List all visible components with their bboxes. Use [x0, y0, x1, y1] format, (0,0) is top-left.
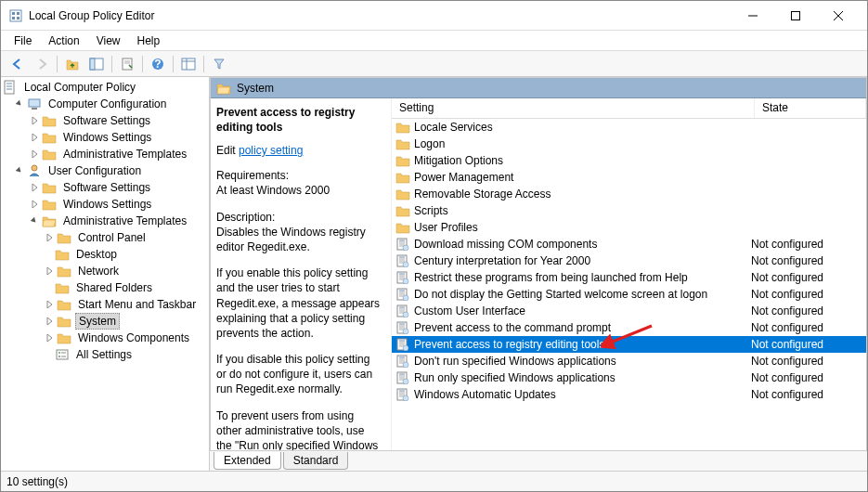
close-button[interactable] [817, 2, 860, 30]
show-hide-tree-button[interactable] [85, 54, 108, 74]
tree-windows-settings-2[interactable]: Windows Settings [1, 196, 209, 213]
tree-desktop[interactable]: Desktop [1, 246, 209, 263]
svg-point-55 [403, 295, 408, 301]
expand-icon[interactable] [44, 332, 55, 343]
expand-icon[interactable] [29, 199, 40, 210]
tree-root[interactable]: Local Computer Policy [1, 79, 209, 96]
policy-icon [395, 304, 410, 318]
expand-icon[interactable] [44, 299, 55, 310]
menu-view[interactable]: View [89, 32, 128, 49]
setting-state: Not configured [751, 371, 862, 384]
expand-icon[interactable] [29, 115, 40, 126]
setting-name: Scripts [414, 204, 751, 217]
forward-button[interactable] [31, 54, 53, 74]
svg-point-28 [58, 356, 60, 357]
svg-rect-24 [32, 108, 37, 110]
tree-pane[interactable]: Local Computer Policy Computer Configura… [1, 77, 210, 471]
tree-label: Administrative Templates [60, 214, 189, 228]
list-row[interactable]: Century interpretation for Year 2000Not … [392, 252, 866, 269]
tree-computer-config[interactable]: Computer Configuration [1, 96, 209, 112]
list-row[interactable]: Prevent access to the command promptNot … [392, 319, 866, 336]
maximize-button[interactable] [774, 2, 817, 30]
expand-icon[interactable] [29, 182, 40, 193]
setting-name: Removable Storage Access [414, 188, 751, 201]
tab-standard[interactable]: Standard [283, 452, 349, 470]
up-button[interactable] [61, 54, 84, 74]
collapse-icon[interactable] [14, 98, 25, 110]
list-row[interactable]: Download missing COM componentsNot confi… [392, 236, 866, 252]
tree-user-config[interactable]: User Configuration [1, 162, 209, 179]
svg-rect-23 [29, 99, 40, 107]
list-row[interactable]: Windows Automatic UpdatesNot configured [392, 386, 866, 403]
list-row[interactable]: Prevent access to registry editing tools… [392, 336, 866, 353]
list-row[interactable]: Don't run specified Windows applications… [392, 353, 866, 369]
tree-windows-settings[interactable]: Windows Settings [1, 129, 209, 146]
list-row[interactable]: User Profiles [392, 219, 866, 236]
collapse-icon[interactable] [29, 215, 40, 227]
back-button[interactable] [6, 54, 29, 74]
setting-state: Not configured [751, 388, 862, 401]
tree-admin-templates-2[interactable]: Administrative Templates [1, 213, 209, 229]
menu-action[interactable]: Action [41, 32, 86, 49]
expand-icon[interactable] [44, 316, 55, 327]
setting-name: Prevent access to registry editing tools [414, 338, 751, 351]
expand-icon[interactable] [29, 132, 40, 143]
tree-software-settings-2[interactable]: Software Settings [1, 179, 209, 196]
minimize-button[interactable] [732, 2, 774, 30]
help-button[interactable]: ? [147, 54, 169, 74]
view-options-button[interactable] [177, 54, 200, 74]
tree-all-settings[interactable]: All Settings [1, 346, 209, 363]
tree-label: User Configuration [45, 163, 144, 178]
setting-state: Not configured [751, 355, 862, 368]
list-row[interactable]: Logon [392, 136, 866, 152]
tree-shared-folders[interactable]: Shared Folders [1, 279, 209, 296]
setting-state: Not configured [751, 321, 862, 334]
svg-rect-2 [12, 17, 15, 19]
svg-point-61 [403, 312, 408, 317]
col-setting[interactable]: Setting [392, 98, 755, 118]
expand-icon[interactable] [29, 149, 40, 160]
menu-help[interactable]: Help [130, 32, 168, 49]
tabs: Extended Standard [210, 450, 867, 471]
properties-button[interactable] [116, 54, 138, 74]
settings-list: Setting State Locale ServicesLogonMitiga… [392, 98, 866, 450]
tree-windows-components[interactable]: Windows Components [1, 330, 209, 346]
list-row[interactable]: Do not display the Getting Started welco… [392, 286, 866, 303]
expand-icon[interactable] [44, 232, 55, 243]
collapse-icon[interactable] [14, 165, 25, 176]
path-header: System [211, 78, 866, 98]
description-text: To prevent users from using other admini… [216, 408, 382, 450]
col-state[interactable]: State [755, 98, 866, 118]
tree-control-panel[interactable]: Control Panel [1, 229, 209, 246]
tree-label: Desktop [73, 247, 120, 262]
requirements-text: At least Windows 2000 [216, 183, 382, 198]
svg-rect-6 [792, 11, 800, 19]
tree-network[interactable]: Network [1, 263, 209, 279]
list-row[interactable]: Run only specified Windows applicationsN… [392, 369, 866, 386]
edit-policy-link[interactable]: policy setting [239, 144, 303, 157]
list-row[interactable]: Restrict these programs from being launc… [392, 269, 866, 286]
menu-file[interactable]: File [6, 32, 39, 49]
list-row[interactable]: Removable Storage Access [392, 186, 866, 202]
expand-icon[interactable] [44, 265, 55, 277]
setting-name: Windows Automatic Updates [414, 388, 751, 401]
requirements-label: Requirements: [216, 168, 382, 183]
filter-button[interactable] [208, 54, 230, 74]
list-row[interactable]: Locale Services [392, 119, 866, 136]
list-row[interactable]: Custom User InterfaceNot configured [392, 303, 866, 319]
list-row[interactable]: Power Management [392, 169, 866, 186]
description-text: Disables the Windows registry editor Reg… [216, 225, 382, 254]
list-row[interactable]: Scripts [392, 202, 866, 219]
list-body[interactable]: Locale ServicesLogonMitigation OptionsPo… [392, 119, 866, 450]
list-row[interactable]: Mitigation Options [392, 152, 866, 169]
tab-extended[interactable]: Extended [214, 452, 281, 470]
tree-admin-templates[interactable]: Administrative Templates [1, 146, 209, 162]
folder-icon [57, 330, 71, 345]
tree-system[interactable]: System [1, 313, 209, 330]
tree-start-menu[interactable]: Start Menu and Taskbar [1, 296, 209, 313]
folder-icon [42, 113, 57, 128]
setting-name: Prevent access to the command prompt [414, 321, 751, 334]
setting-name: Run only specified Windows applications [414, 371, 751, 384]
svg-text:?: ? [154, 58, 161, 71]
tree-software-settings[interactable]: Software Settings [1, 112, 209, 129]
